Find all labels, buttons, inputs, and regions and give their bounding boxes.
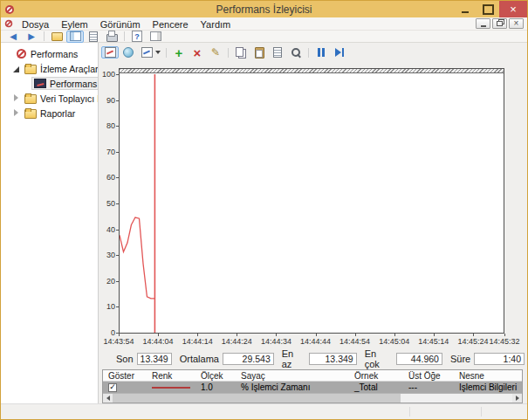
- tree-label-wrap[interactable]: Performans: [12, 47, 82, 60]
- sidebar-item-raporlar[interactable]: Raporlar: [1, 106, 98, 120]
- highlight-button[interactable]: [207, 46, 224, 59]
- chart-type-icon: [140, 47, 154, 59]
- counter-legend: GösterRenkÖlçekSayaçÖrnekÜst ÖğeNesne 1.…: [102, 369, 523, 403]
- window-title: Performans İzleyicisi: [1, 3, 527, 16]
- scroll-right-arrow-icon[interactable]: [512, 394, 522, 403]
- counter-line-chart: [120, 69, 504, 333]
- stat-label-son: Son: [116, 354, 134, 364]
- minimize-button[interactable]: [454, 1, 477, 17]
- x-axis-label: 14:43:54: [98, 337, 140, 346]
- back-button[interactable]: [4, 31, 22, 43]
- legend-header-sayac[interactable]: Sayaç: [236, 371, 349, 381]
- maximize-button[interactable]: [477, 1, 499, 17]
- up-one-level-button[interactable]: [48, 31, 65, 43]
- legend-parent: ---: [403, 382, 454, 392]
- status-bar: [1, 403, 527, 419]
- properties-button[interactable]: [269, 46, 286, 59]
- menu-pencere[interactable]: Pencere: [147, 19, 195, 30]
- legend-header-renk[interactable]: Renk: [147, 371, 195, 381]
- stat-value-son: 13.349: [137, 353, 172, 365]
- delete-icon: [190, 47, 204, 59]
- menu-yardim[interactable]: Yardım: [195, 19, 237, 30]
- show-checkbox[interactable]: [108, 383, 117, 392]
- x-axis-label: 14:44:54: [334, 337, 376, 346]
- add-counter-button[interactable]: [170, 46, 188, 59]
- mdi-minimize-button[interactable]: [476, 18, 490, 29]
- y-axis-label: 0: [99, 328, 115, 337]
- legend-scrollbar[interactable]: [103, 393, 522, 403]
- tree-label-wrap[interactable]: Raporlar: [22, 107, 79, 120]
- forward-button[interactable]: [23, 31, 40, 43]
- properties-icon: [86, 31, 100, 42]
- show-action-pane-button[interactable]: [147, 31, 164, 43]
- chevron-down-icon[interactable]: [155, 51, 161, 54]
- stat-value-ortalama: 29.543: [223, 353, 274, 365]
- menu-dosya[interactable]: Dosya: [16, 19, 55, 30]
- title-bar[interactable]: Performans İzleyicisi: [1, 1, 527, 17]
- copy-properties-button[interactable]: [232, 46, 250, 59]
- perfmon-window: Performans İzleyicisi DosyaEylemGörünümP…: [0, 0, 528, 420]
- x-axis-tick: [276, 334, 277, 336]
- delete-button[interactable]: [189, 46, 206, 59]
- toolbar-separator: [166, 48, 167, 58]
- stats-row: Son13.349Ortalama29.543En az13.349En çok…: [116, 352, 525, 365]
- collapse-twisty-icon[interactable]: [12, 65, 20, 72]
- expand-twisty-icon[interactable]: [12, 109, 20, 117]
- y-axis-label: 80: [99, 121, 115, 130]
- counter-color-swatch: [152, 387, 190, 389]
- legend-header-olcek[interactable]: Ölçek: [195, 371, 236, 381]
- properties-button[interactable]: [85, 31, 102, 43]
- legend-header-ornek[interactable]: Örnek: [349, 371, 403, 381]
- y-axis-label: 40: [99, 225, 115, 234]
- stat-label-en-cok: En çok: [365, 348, 393, 369]
- stat-value-en-cok: 44.960: [396, 353, 442, 365]
- mdi-close-button[interactable]: [509, 18, 524, 29]
- help-button[interactable]: [128, 31, 146, 43]
- x-axis-tick: [355, 334, 356, 336]
- expand-twisty-icon[interactable]: [12, 94, 20, 102]
- mdi-restore-button[interactable]: [492, 18, 507, 29]
- sidebar-item-i-zleme-araclari[interactable]: İzleme Araçları: [1, 61, 98, 76]
- tree-label-wrap[interactable]: İzleme Araçları: [22, 62, 99, 75]
- x-axis-label: 14:45:24: [452, 337, 494, 346]
- zoom-button[interactable]: [287, 46, 305, 59]
- console-tree: Performansİzleme AraçlarıPerformans İzle…: [1, 43, 99, 403]
- statusbar-divider: [409, 407, 410, 417]
- menu-gorunum[interactable]: Görünüm: [94, 19, 147, 30]
- close-button[interactable]: [499, 1, 527, 17]
- y-axis-label: 30: [99, 251, 115, 259]
- y-axis-label: 20: [99, 277, 115, 286]
- view-log-data-button[interactable]: [120, 46, 137, 59]
- legend-row[interactable]: 1.0% İşlemci Zamanı_Total---İşlemci Bilg…: [103, 382, 522, 393]
- legend-header-nesne[interactable]: Nesne: [454, 371, 522, 381]
- chart-plot-area[interactable]: [119, 68, 504, 334]
- scroll-track[interactable]: [113, 394, 512, 403]
- y-axis-label: 60: [99, 173, 115, 182]
- sidebar-item-performans-i-zleyicisi[interactable]: Performans İzleyicisi: [1, 76, 98, 91]
- sidebar-item-veri-toplayici-kumeleri[interactable]: Veri Toplayıcı Kümeleri: [1, 91, 98, 106]
- menu-eylem[interactable]: Eylem: [55, 19, 94, 30]
- paste-counter-list-button[interactable]: [250, 46, 268, 59]
- scroll-thumb[interactable]: [113, 394, 401, 403]
- chart-type-button[interactable]: [138, 46, 162, 59]
- show-console-tree-button[interactable]: [66, 31, 84, 43]
- toolbar-separator: [124, 31, 125, 41]
- view-current-activity-button[interactable]: [101, 46, 119, 59]
- up-one-level-icon: [50, 31, 64, 42]
- series-pct-i-slemci-zamani: [120, 217, 154, 299]
- legend-header-goster[interactable]: Göster: [103, 371, 147, 381]
- legend-header-ust-oge[interactable]: Üst Öğe: [403, 371, 454, 381]
- update-data-button[interactable]: [331, 46, 348, 59]
- sidebar-item-performans[interactable]: Performans: [1, 46, 98, 61]
- view-log-data-icon: [121, 47, 135, 59]
- freeze-display-button[interactable]: [312, 46, 330, 59]
- show-action-pane-icon: [148, 31, 162, 42]
- tree-label-wrap[interactable]: Veri Toplayıcı Kümeleri: [22, 92, 99, 105]
- export-list-button[interactable]: [103, 31, 120, 43]
- tree-label-wrap[interactable]: Performans İzleyicisi: [31, 77, 99, 90]
- scroll-left-arrow-icon[interactable]: [103, 394, 113, 403]
- time-range-bar[interactable]: [120, 69, 504, 73]
- y-axis-label: 10: [99, 302, 115, 311]
- details-pane: 010203040506070809010014:43:5414:44:0414…: [99, 43, 527, 403]
- x-axis-tick: [158, 334, 159, 336]
